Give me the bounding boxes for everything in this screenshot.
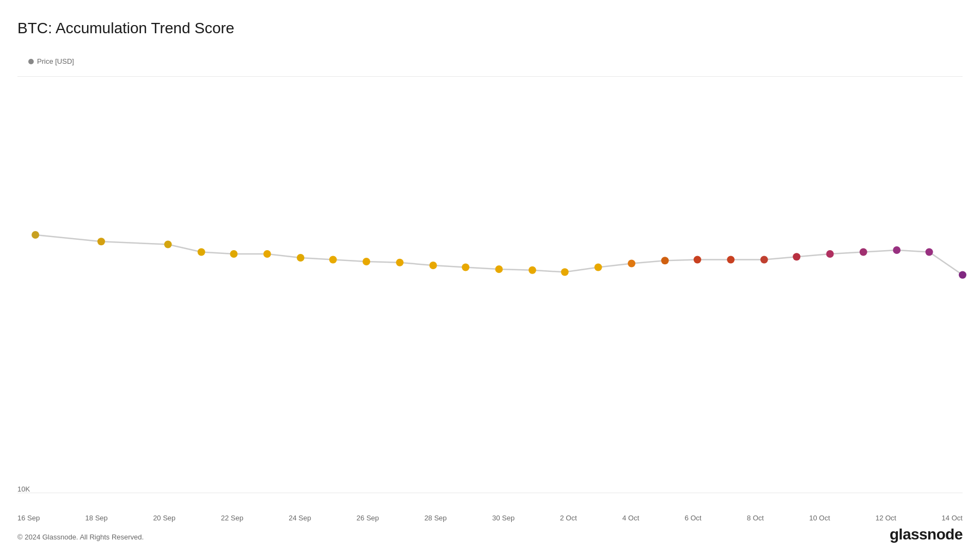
- chart-container: BTC: Accumulation Trend Score Price [USD…: [0, 0, 980, 552]
- data-point: [826, 250, 834, 258]
- data-point: [97, 238, 105, 245]
- data-point: [793, 253, 800, 260]
- chart-svg: [0, 0, 980, 552]
- data-point: [529, 266, 536, 274]
- x-axis-label: 18 Sep: [85, 514, 108, 522]
- x-axis-label: 28 Sep: [424, 514, 446, 522]
- x-axis-label: 6 Oct: [684, 514, 701, 522]
- x-axis-label: 22 Sep: [221, 514, 243, 522]
- brand-logo: glassnode: [890, 526, 963, 543]
- x-axis-label: 24 Sep: [289, 514, 311, 522]
- x-axis-label: 14 Oct: [942, 514, 963, 522]
- data-point: [860, 248, 867, 256]
- x-axis-label: 10 Oct: [809, 514, 830, 522]
- data-point: [462, 264, 469, 271]
- data-point: [198, 248, 205, 256]
- data-point: [164, 240, 172, 248]
- x-axis-label: 2 Oct: [560, 514, 577, 522]
- y-axis-label: 10K: [17, 485, 30, 493]
- data-point: [561, 268, 568, 276]
- data-point: [329, 256, 337, 264]
- data-point: [893, 246, 901, 254]
- data-point: [32, 231, 39, 239]
- data-point: [595, 264, 602, 271]
- data-point: [761, 256, 768, 264]
- copyright-text: © 2024 Glassnode. All Rights Reserved.: [17, 533, 144, 541]
- data-point: [661, 257, 669, 264]
- data-point: [926, 248, 933, 256]
- x-axis-label: 4 Oct: [622, 514, 639, 522]
- data-point: [495, 265, 503, 273]
- data-point: [396, 259, 403, 266]
- x-axis-label: 8 Oct: [747, 514, 764, 522]
- data-point: [628, 260, 635, 268]
- data-point: [430, 262, 437, 269]
- x-axis-label: 16 Sep: [17, 514, 40, 522]
- data-point: [297, 254, 304, 262]
- x-axis-label: 12 Oct: [875, 514, 896, 522]
- x-axis-label: 26 Sep: [357, 514, 379, 522]
- x-axis-label: 30 Sep: [492, 514, 514, 522]
- data-point: [727, 256, 734, 264]
- x-axis-labels: 16 Sep18 Sep20 Sep22 Sep24 Sep26 Sep28 S…: [17, 514, 963, 522]
- x-axis-label: 20 Sep: [153, 514, 175, 522]
- data-point: [363, 258, 370, 265]
- data-point: [230, 250, 237, 258]
- data-point: [264, 250, 271, 258]
- data-point: [959, 271, 966, 279]
- data-point: [694, 256, 701, 264]
